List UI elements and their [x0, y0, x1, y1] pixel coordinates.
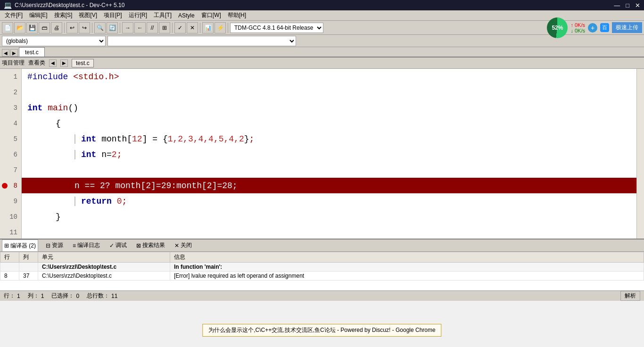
vertical-scrollbar[interactable]	[636, 69, 644, 239]
replace-button[interactable]: 🔄	[107, 22, 118, 33]
status-total: 总行数： 11	[87, 292, 117, 300]
speed-display: ↑ 0K/s ↓ 0K/s	[570, 22, 585, 33]
menu-help[interactable]: 帮助[H]	[225, 10, 249, 20]
menu-file[interactable]: 文件[F]	[2, 10, 25, 20]
col-label: 列：	[28, 292, 39, 300]
line-num-7: 7	[0, 162, 21, 178]
col-header-col: 列	[19, 252, 38, 263]
row-value: 1	[17, 293, 20, 299]
status-col: 列： 1	[28, 292, 44, 300]
save-all-button[interactable]: 🗃	[39, 22, 50, 33]
tab-compiler[interactable]: ⊞ 编译器 (2)	[2, 240, 38, 251]
find-button[interactable]: 🔍	[94, 22, 106, 33]
err-unit-path: C:\Users\rzzl\Desktop\test.c	[38, 272, 170, 281]
resources-tab-icon: ⊟	[46, 242, 50, 249]
column-button[interactable]: ⊞	[159, 22, 170, 33]
sep3	[120, 23, 120, 33]
app-icon: 💻	[4, 1, 12, 9]
bottom-content: 行 列 单元 信息 C:\Users\rzzl\Desktop\test.c I…	[0, 252, 644, 290]
tab-prev-button[interactable]: ◀	[2, 49, 9, 57]
undo-button[interactable]: ↩	[66, 22, 78, 33]
tab-close[interactable]: ✕ 关闭	[173, 240, 194, 251]
view-bar: 项目管理 查看类 ◀ ▶ test.c	[0, 58, 644, 69]
bottom-tabs: ⊞ 编译器 (2) ⊟ 资源 ≡ 编译日志 ✓ 调试 ⊠ 搜索结果 ✕ 关闭	[0, 240, 644, 252]
menu-astyle[interactable]: AStyle	[175, 11, 198, 20]
tab-compile-log[interactable]: ≡ 编译日志	[71, 240, 102, 251]
err-hdr-row	[0, 263, 19, 272]
menu-view[interactable]: 视图[V]	[76, 10, 100, 20]
code-line-6: int n=2;	[22, 147, 636, 162]
menu-tools[interactable]: 工具[T]	[151, 10, 174, 20]
menu-project[interactable]: 项目[P]	[101, 10, 125, 20]
toggle-comment-button[interactable]: //	[147, 22, 158, 33]
tab-resources[interactable]: ⊟ 资源	[44, 240, 65, 251]
close-button[interactable]: ✕	[635, 2, 640, 9]
line-num-2: 2	[0, 84, 21, 100]
code-line-5: int month[12] = {1,2,3,4,4,5,4,2};	[22, 131, 636, 147]
err-hdr-info: In function 'main':	[170, 263, 644, 272]
sel-label: 已选择：	[51, 292, 74, 300]
indent-button[interactable]: →	[122, 22, 133, 33]
class-view-link[interactable]: 查看类	[28, 59, 45, 67]
debug-tab-icon: ✓	[109, 242, 114, 249]
tab-debug[interactable]: ✓ 调试	[107, 240, 129, 251]
title-bar-controls: — □ ✕	[614, 2, 640, 9]
viewbar-next-button[interactable]: ▶	[60, 59, 68, 67]
menu-edit[interactable]: 编辑[E]	[26, 10, 50, 20]
chart-button[interactable]: 📊	[202, 22, 214, 33]
code-line-4: {	[22, 116, 636, 131]
tab-search-results[interactable]: ⊠ 搜索结果	[134, 240, 167, 251]
redo-button[interactable]: ↪	[79, 22, 90, 33]
col-header-unit: 单元	[38, 252, 170, 263]
code-line-2	[22, 84, 636, 100]
profile-button[interactable]: ⚡	[215, 22, 226, 33]
compiler-select[interactable]: TDM-GCC 4.8.1 64-bit Release	[230, 23, 323, 33]
tooltip: 为什么会显示这个,C\C++交流,技术交流区,鱼C论坛 - Powered by…	[202, 324, 441, 337]
project-manager-link[interactable]: 项目管理	[2, 59, 25, 67]
new-file-button[interactable]: 📄	[2, 22, 13, 33]
close-panel-icon: ✕	[174, 242, 179, 249]
run-button[interactable]: ✕	[187, 22, 198, 33]
menu-window[interactable]: 窗口[W]	[198, 10, 224, 20]
debug-tab-label: 调试	[116, 241, 127, 249]
error-detail-row[interactable]: 8 37 C:\Users\rzzl\Desktop\test.c [Error…	[0, 272, 644, 281]
bottom-panel: ⊞ 编译器 (2) ⊟ 资源 ≡ 编译日志 ✓ 调试 ⊠ 搜索结果 ✕ 关闭 行	[0, 239, 644, 290]
code-line-3: int main()	[22, 100, 636, 116]
globals-select[interactable]: (globals)	[2, 36, 106, 46]
line-num-11: 11	[0, 224, 21, 239]
line-num-4: 4	[0, 116, 21, 131]
tab-test-c[interactable]: test.c	[19, 47, 45, 57]
code-line-1: #include <stdio.h>	[22, 69, 636, 84]
compiler-tab-label: 编译器 (2)	[10, 242, 36, 250]
unindent-button[interactable]: ←	[134, 22, 146, 33]
toolbar-main: 📄 📂 💾 🗃 🖨 ↩ ↪ 🔍 🔄 → ← // ⊞ ✓ ✕ 📊 ⚡ TDM-G…	[0, 21, 644, 35]
error-header-row: C:\Users\rzzl\Desktop\test.c In function…	[0, 263, 644, 272]
col-header-row: 行	[0, 252, 19, 263]
current-file-tab[interactable]: test.c	[72, 59, 94, 67]
minimize-button[interactable]: —	[614, 2, 620, 9]
print-button[interactable]: 🖨	[51, 22, 62, 33]
symbol-select[interactable]	[107, 36, 296, 46]
save-file-button[interactable]: 💾	[26, 22, 38, 33]
code-line-11	[22, 224, 636, 239]
line-num-10: 10	[0, 209, 21, 224]
line-num-9: 9	[0, 193, 21, 209]
menu-run[interactable]: 运行[R]	[126, 10, 150, 20]
menu-search[interactable]: 搜索[S]	[51, 10, 75, 20]
status-sel: 已选择： 0	[51, 292, 79, 300]
add-network-button[interactable]: +	[588, 23, 597, 33]
parse-button[interactable]: 解析	[620, 291, 640, 301]
code-line-7	[22, 162, 636, 178]
maximize-button[interactable]: □	[626, 2, 629, 9]
sep5	[200, 23, 200, 33]
err-info-text: [Error] lvalue required as left operand …	[170, 272, 644, 281]
upload-button[interactable]: 极速上传	[612, 22, 642, 33]
window-title: C:\Users\rzzl\Desktop\test.c - Dev-C++ 5…	[15, 2, 124, 8]
viewbar-prev-button[interactable]: ◀	[49, 59, 57, 67]
tab-next-button[interactable]: ▶	[10, 49, 18, 57]
col-value: 1	[41, 293, 44, 299]
open-file-button[interactable]: 📂	[14, 22, 25, 33]
compile-button[interactable]: ✓	[174, 22, 186, 33]
err-col-num: 37	[19, 272, 38, 281]
code-editor[interactable]: #include <stdio.h> int main() { int mont…	[22, 69, 636, 239]
